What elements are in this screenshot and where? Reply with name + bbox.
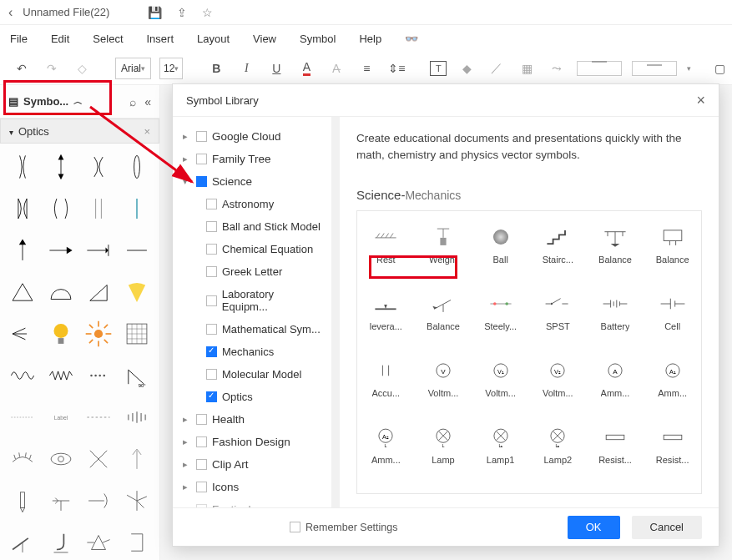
close-icon[interactable]: ×: [696, 92, 705, 109]
shape-dots[interactable]: [83, 361, 115, 391]
undo-icon[interactable]: ↶: [12, 58, 32, 78]
shape-lens-biconvex[interactable]: [7, 152, 38, 182]
tree-astronomy[interactable]: Astronomy: [176, 193, 328, 215]
shape-sun[interactable]: [83, 319, 115, 349]
shape-arrow-right[interactable]: [45, 235, 77, 265]
font-size-select[interactable]: 12 ▾: [159, 58, 183, 79]
shape-mirror-curved[interactable]: [83, 486, 115, 516]
shadow-icon[interactable]: ▦: [517, 58, 537, 78]
symbol-library-toggle[interactable]: ▤ Symbo... ︿: [8, 95, 83, 108]
arrow-style-select[interactable]: [632, 61, 677, 76]
shape-cross-arrows[interactable]: [83, 444, 115, 474]
shape-lens-concave[interactable]: [7, 194, 38, 224]
symbol-balance[interactable]: Balance: [644, 211, 701, 278]
menu-layout[interactable]: Layout: [197, 33, 230, 45]
shape-line-horiz[interactable]: [121, 235, 153, 265]
layout-icon[interactable]: ▢: [714, 58, 725, 78]
menu-file[interactable]: File: [10, 33, 28, 45]
shape-eyelash[interactable]: [7, 444, 38, 474]
tree-health[interactable]: ▸Health: [176, 408, 328, 431]
bold-button[interactable]: B: [206, 58, 226, 78]
symbol-balance[interactable]: Balance: [587, 211, 644, 278]
shape-pencil[interactable]: [7, 486, 38, 516]
tree-fashion[interactable]: ▸Fashion Design: [176, 431, 328, 453]
connection-icon[interactable]: ⤳: [547, 58, 567, 78]
symbol-voltm-[interactable]: V₂Voltm...: [529, 345, 587, 411]
fill-icon[interactable]: ◆: [457, 58, 477, 78]
menu-help[interactable]: Help: [359, 33, 381, 45]
symbol-accu-[interactable]: Accu...: [357, 345, 415, 411]
shape-mirror-stand[interactable]: [45, 486, 77, 516]
tree-greek[interactable]: Greek Letter: [176, 260, 328, 283]
symbol-steely-[interactable]: Steely...: [472, 278, 529, 345]
close-icon[interactable]: ×: [144, 125, 150, 138]
symbol-lamp1[interactable]: L₁Lamp1: [472, 411, 529, 478]
align-left-button[interactable]: ≡: [356, 58, 376, 78]
tree-optics[interactable]: Optics: [176, 386, 328, 408]
menu-insert[interactable]: Insert: [147, 33, 174, 45]
font-color-button[interactable]: A: [296, 58, 316, 78]
shape-light-cone[interactable]: [121, 277, 153, 307]
shape-angle[interactable]: 90°: [121, 361, 153, 391]
shape-periscope[interactable]: [121, 527, 153, 557]
symbol-levera-[interactable]: levera...: [357, 278, 415, 345]
text-align-button[interactable]: A̶: [326, 58, 346, 78]
symbol-lamp[interactable]: LLamp: [415, 411, 472, 478]
underline-button[interactable]: U: [266, 58, 286, 78]
symbol-spst[interactable]: SPST: [529, 278, 587, 345]
menu-edit[interactable]: Edit: [51, 33, 69, 45]
tree-mechanics[interactable]: Mechanics: [176, 341, 328, 363]
symbol-balance[interactable]: Balance: [415, 278, 472, 345]
menu-view[interactable]: View: [253, 33, 276, 45]
search-icon[interactable]: ⌕: [129, 95, 136, 108]
shape-lens-convex[interactable]: [121, 152, 153, 182]
tree-lab-equip[interactable]: Laboratory Equipm...: [176, 283, 328, 318]
shape-prism-rays[interactable]: [83, 527, 115, 557]
shape-interference-pattern[interactable]: [121, 402, 153, 432]
shape-arrow-up[interactable]: [7, 235, 38, 265]
tree-molecular[interactable]: Molecular Model: [176, 363, 328, 386]
symbol-stairc-[interactable]: Stairc...: [529, 211, 587, 278]
symbol-ball[interactable]: Ball: [472, 211, 529, 278]
symbol-amm-[interactable]: AAmm...: [587, 345, 644, 411]
shape-radiate-left[interactable]: [7, 319, 38, 349]
symbol-amm-[interactable]: A₁Amm...: [644, 345, 701, 411]
tree-family-tree[interactable]: ▸Family Tree: [176, 148, 328, 170]
menu-symbol[interactable]: Symbol: [300, 33, 336, 45]
collapse-icon[interactable]: «: [144, 95, 151, 108]
redo-icon[interactable]: ↷: [42, 58, 62, 78]
shape-refraction[interactable]: [121, 486, 153, 516]
tree-festival[interactable]: ▸Festival: [176, 498, 328, 507]
format-painter-icon[interactable]: ◇: [72, 58, 92, 78]
tree-ball-stick[interactable]: Ball and Stick Model: [176, 215, 328, 238]
tree-icons[interactable]: ▸Icons: [176, 476, 328, 498]
star-icon[interactable]: ☆: [202, 6, 213, 19]
symbol-rest[interactable]: Rest: [357, 211, 415, 278]
symbol-resist-[interactable]: Resist...: [644, 411, 701, 478]
line-weight-select[interactable]: [577, 61, 622, 76]
symbol-voltm-[interactable]: V₁Voltm...: [472, 345, 529, 411]
shape-semicircle[interactable]: [45, 277, 77, 307]
shape-triangle[interactable]: [7, 277, 38, 307]
tree-clip-art[interactable]: ▸Clip Art: [176, 453, 328, 476]
symbol-lamp2[interactable]: L₂Lamp2: [529, 411, 587, 478]
symbol-battery[interactable]: Battery: [587, 278, 644, 345]
shape-parallel-lines[interactable]: [83, 194, 115, 224]
back-icon[interactable]: ‹: [8, 5, 13, 20]
font-select[interactable]: Arial ▾: [115, 58, 151, 79]
text-box-icon[interactable]: T: [430, 61, 447, 76]
menu-select[interactable]: Select: [93, 33, 123, 45]
shape-arrow-up-thin[interactable]: [121, 444, 153, 474]
tree-google-cloud[interactable]: ▸Google Cloud: [176, 125, 328, 148]
tree-chem-eq[interactable]: Chemical Equation: [176, 238, 328, 260]
shape-arrow-right-stop[interactable]: [83, 235, 115, 265]
save-icon[interactable]: 💾: [148, 6, 162, 19]
shape-label-text[interactable]: Label: [45, 402, 77, 432]
shape-double-arrow[interactable]: [45, 152, 77, 182]
shape-eye[interactable]: [45, 444, 77, 474]
symbol-amm-[interactable]: A₂LAmm...: [357, 411, 415, 478]
shape-wave[interactable]: [7, 361, 38, 391]
line-spacing-button[interactable]: ⇕≡: [386, 58, 406, 78]
remember-settings-checkbox[interactable]: Remember Settings: [290, 522, 397, 533]
category-optics-header[interactable]: ▾Optics ×: [0, 119, 159, 144]
